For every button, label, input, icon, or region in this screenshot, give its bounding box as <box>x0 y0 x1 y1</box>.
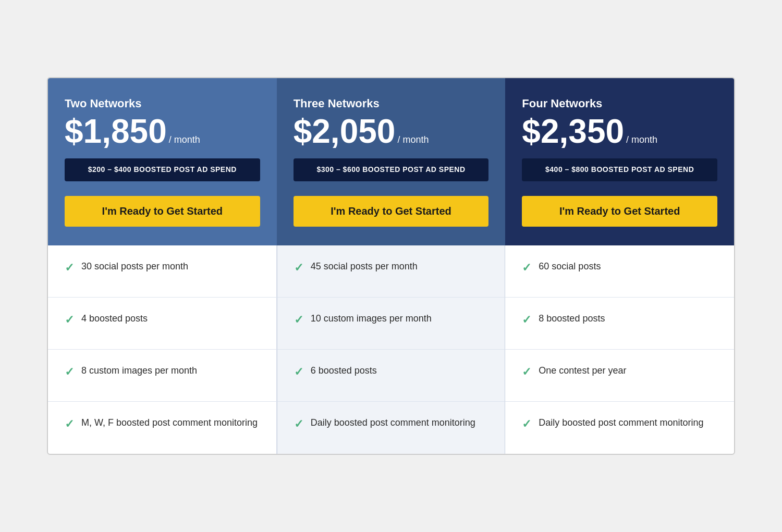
pricing-table: Two Networks $1,850 / month $200 – $400 … <box>47 77 735 455</box>
feature-cell-2-1: ✓ 45 social posts per month <box>277 245 506 298</box>
check-icon: ✓ <box>522 365 531 379</box>
plan-price-1: $1,850 <box>65 115 167 148</box>
feature-text-3-2: 8 boosted posts <box>539 312 605 325</box>
plan-price-period-3: / month <box>626 134 657 145</box>
feature-cell-3-2: ✓ 8 boosted posts <box>505 298 734 350</box>
feature-col-2: ✓ 45 social posts per month ✓ 10 custom … <box>277 245 506 454</box>
plan-cta-btn-3[interactable]: I'm Ready to Get Started <box>522 196 717 227</box>
plan-price-2: $2,050 <box>294 115 396 148</box>
feature-cell-2-4: ✓ Daily boosted post comment monitoring <box>277 402 506 454</box>
feature-cell-1-2: ✓ 4 boosted posts <box>48 298 277 350</box>
feature-text-2-3: 6 boosted posts <box>311 364 377 377</box>
feature-text-2-1: 45 social posts per month <box>311 260 418 273</box>
check-icon: ✓ <box>294 365 303 379</box>
feature-text-1-4: M, W, F boosted post comment monitoring <box>81 416 258 429</box>
feature-text-1-2: 4 boosted posts <box>81 312 148 325</box>
plan-badge-2: $300 – $600 BOOSTED POST AD SPEND <box>294 158 489 181</box>
plan-cta-btn-2[interactable]: I'm Ready to Get Started <box>294 196 489 227</box>
pricing-header: Two Networks $1,850 / month $200 – $400 … <box>48 78 734 245</box>
plan-header-3: Four Networks $2,350 / month $400 – $800… <box>505 78 734 245</box>
check-icon: ✓ <box>65 365 74 379</box>
check-icon: ✓ <box>294 261 303 275</box>
check-icon: ✓ <box>294 417 303 431</box>
plan-price-period-1: / month <box>169 134 200 145</box>
feature-cell-2-2: ✓ 10 custom images per month <box>277 298 506 350</box>
check-icon: ✓ <box>65 313 74 327</box>
feature-cell-1-3: ✓ 8 custom images per month <box>48 350 277 402</box>
feature-cell-3-4: ✓ Daily boosted post comment monitoring <box>505 402 734 454</box>
feature-text-2-4: Daily boosted post comment monitoring <box>311 416 475 429</box>
feature-text-3-4: Daily boosted post comment monitoring <box>539 416 703 429</box>
plan-price-row-1: $1,850 / month <box>65 115 260 148</box>
check-icon: ✓ <box>522 417 531 431</box>
feature-text-3-3: One contest per year <box>539 364 626 377</box>
plan-cta-btn-1[interactable]: I'm Ready to Get Started <box>65 196 260 227</box>
feature-col-3: ✓ 60 social posts ✓ 8 boosted posts ✓ On… <box>505 245 734 454</box>
feature-cell-1-4: ✓ M, W, F boosted post comment monitorin… <box>48 402 277 454</box>
feature-text-3-1: 60 social posts <box>539 260 601 273</box>
plan-price-period-2: / month <box>397 134 429 145</box>
plan-badge-1: $200 – $400 BOOSTED POST AD SPEND <box>65 158 260 181</box>
feature-cell-3-3: ✓ One contest per year <box>505 350 734 402</box>
feature-cell-1-1: ✓ 30 social posts per month <box>48 245 277 298</box>
check-icon: ✓ <box>522 261 531 275</box>
feature-text-1-1: 30 social posts per month <box>81 260 188 273</box>
plan-price-3: $2,350 <box>522 115 624 148</box>
plan-badge-3: $400 – $800 BOOSTED POST AD SPEND <box>522 158 717 181</box>
check-icon: ✓ <box>65 261 74 275</box>
feature-cell-2-3: ✓ 6 boosted posts <box>277 350 506 402</box>
plan-header-1: Two Networks $1,850 / month $200 – $400 … <box>48 78 277 245</box>
feature-col-1: ✓ 30 social posts per month ✓ 4 boosted … <box>48 245 277 454</box>
feature-text-2-2: 10 custom images per month <box>311 312 432 325</box>
pricing-features: ✓ 30 social posts per month ✓ 4 boosted … <box>48 245 734 454</box>
plan-price-row-3: $2,350 / month <box>522 115 717 148</box>
check-icon: ✓ <box>65 417 74 431</box>
plan-header-2: Three Networks $2,050 / month $300 – $60… <box>277 78 506 245</box>
plan-name-2: Three Networks <box>294 97 489 110</box>
plan-price-row-2: $2,050 / month <box>294 115 489 148</box>
check-icon: ✓ <box>522 313 531 327</box>
feature-text-1-3: 8 custom images per month <box>81 364 197 377</box>
plan-name-3: Four Networks <box>522 97 717 110</box>
plan-name-1: Two Networks <box>65 97 260 110</box>
check-icon: ✓ <box>294 313 303 327</box>
feature-cell-3-1: ✓ 60 social posts <box>505 245 734 298</box>
